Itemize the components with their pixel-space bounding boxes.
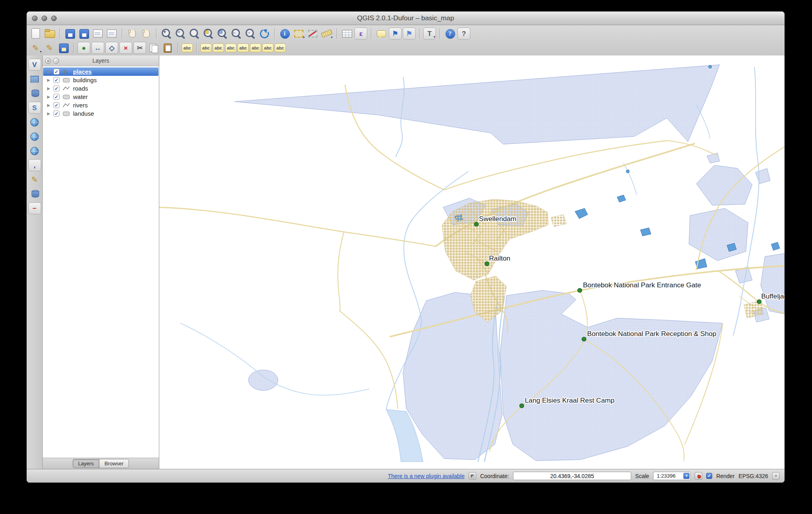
select-features-dropdown-icon[interactable]: ▾ xyxy=(303,36,305,39)
new-print-composer-icon[interactable] xyxy=(91,28,104,40)
copy-features-icon[interactable] xyxy=(147,42,160,54)
panel-detach-icon[interactable]: ▫ xyxy=(53,58,59,64)
annotation-text-icon[interactable]: T▾ xyxy=(423,28,436,40)
zoom-in-icon[interactable]: + xyxy=(160,28,173,40)
layer-visibility-checkbox[interactable]: ✓ xyxy=(53,77,59,83)
zoom-full-extent-icon[interactable] xyxy=(188,28,201,40)
add-raster-layer-icon[interactable] xyxy=(28,73,41,85)
panel-close-icon[interactable]: ✕ xyxy=(45,58,51,64)
add-delimited-text-layer-icon[interactable]: , xyxy=(28,159,41,171)
identify-features-icon[interactable]: i xyxy=(278,28,291,40)
measure-icon[interactable]: ▾ xyxy=(320,28,333,40)
refresh-map-icon[interactable] xyxy=(258,28,271,40)
field-calculator-icon[interactable]: ε xyxy=(355,28,367,40)
node-tool-icon[interactable]: ◇ xyxy=(105,42,118,54)
paste-features-icon[interactable] xyxy=(161,42,174,54)
plugin-icon[interactable]: ◩ xyxy=(469,472,476,480)
add-feature-icon[interactable]: ● xyxy=(77,42,90,54)
zoom-last-icon[interactable]: ← xyxy=(230,28,243,40)
add-wcs-layer-icon[interactable] xyxy=(28,130,41,142)
zoom-button[interactable] xyxy=(51,16,57,21)
expand-arrow-icon[interactable]: ▶ xyxy=(47,111,51,116)
layer-item-landuse[interactable]: ▶✓landuse xyxy=(43,109,158,118)
pan-to-selection-icon[interactable] xyxy=(140,28,152,40)
label-properties-icon[interactable]: abc xyxy=(275,43,286,52)
expand-arrow-icon[interactable]: ▶ xyxy=(47,69,51,74)
expand-arrow-icon[interactable]: ▶ xyxy=(47,86,51,91)
text-annotation-icon[interactable] xyxy=(375,28,388,40)
new-project-icon[interactable] xyxy=(29,28,42,40)
whats-this-icon[interactable]: ? xyxy=(457,28,470,40)
layer-visibility-checkbox[interactable]: ✓ xyxy=(53,111,59,117)
add-vector-layer-icon[interactable]: V xyxy=(28,59,41,71)
add-postgis-layer-icon[interactable] xyxy=(28,87,41,99)
labeling-options-icon[interactable]: abc xyxy=(182,43,193,52)
window-titlebar[interactable]: QGIS 2.0.1-Dufour – basic_map xyxy=(27,12,784,25)
coordinate-input[interactable] xyxy=(513,472,631,480)
scale-combobox[interactable]: 1:23396 ▼ xyxy=(653,472,691,480)
deselect-features-icon[interactable] xyxy=(306,28,319,40)
layer-visibility-checkbox[interactable]: ✓ xyxy=(53,94,59,100)
close-button[interactable] xyxy=(32,16,38,21)
move-label-icon[interactable]: abc xyxy=(225,43,236,52)
zoom-to-selection-icon[interactable] xyxy=(202,28,215,40)
show-bookmarks-icon[interactable]: ⚑ xyxy=(403,28,416,40)
composer-manager-icon[interactable] xyxy=(105,28,118,40)
layer-visibility-checkbox[interactable]: ✓ xyxy=(53,102,59,108)
select-features-icon[interactable]: ▾ xyxy=(292,28,305,40)
layer-item-roads[interactable]: ▶✓roads xyxy=(43,84,158,93)
move-feature-icon[interactable]: ↔ xyxy=(91,42,104,54)
scale-label: Scale xyxy=(635,473,649,479)
plugin-available-link[interactable]: There is a new plugin available xyxy=(388,473,464,479)
layer-visibility-checkbox[interactable]: ✓ xyxy=(53,69,59,75)
stop-rendering-icon[interactable]: ✦ xyxy=(695,472,702,480)
save-layer-edits-icon[interactable] xyxy=(57,42,70,54)
highlight-pinned-labels-icon[interactable]: abc xyxy=(213,43,224,52)
pin-labels-icon[interactable]: abc xyxy=(200,43,212,52)
add-spatialite-layer-icon[interactable]: S xyxy=(28,102,41,114)
expand-arrow-icon[interactable]: ▶ xyxy=(47,103,51,107)
layer-visibility-checkbox[interactable]: ✓ xyxy=(53,85,59,91)
zoom-next-icon[interactable]: → xyxy=(244,28,257,40)
add-wfs-layer-icon[interactable] xyxy=(28,145,41,157)
annotation-text-dropdown-icon[interactable]: ▾ xyxy=(434,35,435,39)
save-project-icon[interactable] xyxy=(63,28,76,40)
toolbar-separator xyxy=(122,28,122,39)
expand-arrow-icon[interactable]: ▶ xyxy=(47,78,51,82)
expand-arrow-icon[interactable]: ▶ xyxy=(47,95,51,99)
layer-item-places[interactable]: ▶✓places xyxy=(43,67,158,76)
tab-layers[interactable]: Layers xyxy=(73,459,99,468)
add-oracle-layer-icon[interactable] xyxy=(28,188,41,200)
cut-features-icon[interactable]: ✂ xyxy=(133,42,146,54)
zoom-to-layer-icon[interactable] xyxy=(216,28,229,40)
change-label-icon[interactable]: abc xyxy=(250,43,261,52)
new-bookmark-icon[interactable]: ⚑ xyxy=(389,28,402,40)
layer-item-water[interactable]: ▶✓water xyxy=(43,93,158,101)
open-project-icon[interactable] xyxy=(43,28,56,40)
current-edits-icon[interactable]: ✎▾ xyxy=(29,42,42,54)
help-contents-icon[interactable]: ? xyxy=(444,28,456,40)
new-shapefile-layer-icon[interactable]: ✎ xyxy=(28,174,41,186)
layers-panel-header[interactable]: ✕ ▫ Layers xyxy=(43,55,159,66)
layer-item-rivers[interactable]: ▶✓rivers xyxy=(43,101,158,109)
toggle-editing-icon[interactable]: ✎ xyxy=(43,42,56,54)
crs-projector-icon[interactable]: ⌖ xyxy=(772,472,780,480)
measure-dropdown-icon[interactable]: ▾ xyxy=(331,36,333,39)
remove-layer-icon[interactable]: − xyxy=(28,202,41,214)
open-attribute-table-icon[interactable] xyxy=(341,28,353,40)
rotate-label-icon[interactable]: abc xyxy=(238,43,249,52)
delete-selected-icon[interactable]: × xyxy=(119,42,132,54)
pan-map-icon[interactable] xyxy=(126,28,139,40)
render-checkbox[interactable]: ✓ xyxy=(706,473,712,479)
add-wms-layer-icon[interactable] xyxy=(28,116,41,128)
current-edits-dropdown-icon[interactable]: ▾ xyxy=(40,50,42,53)
layer-item-buildings[interactable]: ▶✓buildings xyxy=(43,76,158,84)
map-canvas[interactable]: SwellendamRailtonBontebok National Park … xyxy=(159,55,784,469)
save-project-as-icon[interactable] xyxy=(77,28,90,40)
tab-browser[interactable]: Browser xyxy=(99,459,129,468)
show-hide-labels-icon[interactable]: abc xyxy=(262,43,273,52)
zoom-out-icon[interactable]: − xyxy=(174,28,187,40)
toolbar-separator xyxy=(337,28,337,39)
minimize-button[interactable] xyxy=(42,16,47,21)
chevron-down-icon[interactable]: ▼ xyxy=(683,473,689,479)
